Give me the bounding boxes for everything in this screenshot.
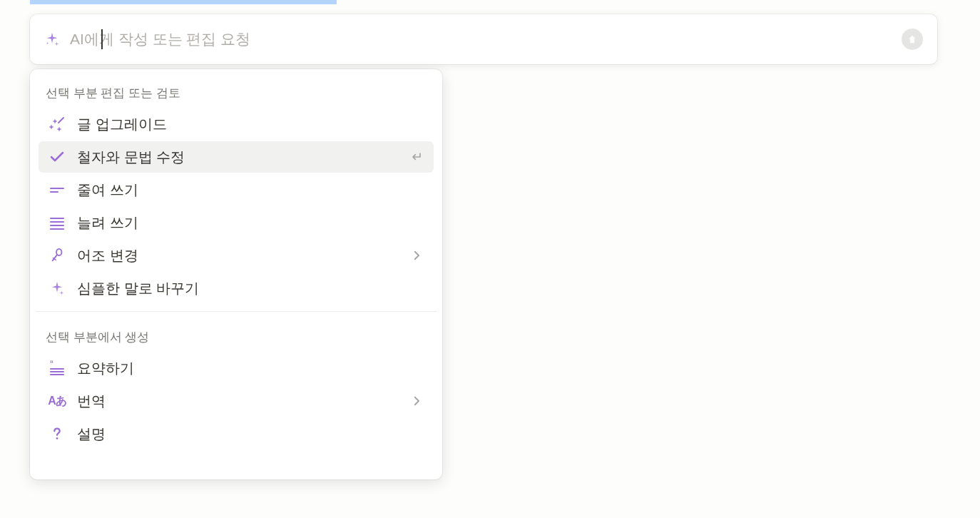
- menu-item-make-longer[interactable]: 늘려 쓰기: [39, 207, 434, 238]
- menu-item-upgrade-writing[interactable]: 글 업그레이드: [39, 108, 434, 140]
- menu-item-label: 요약하기: [77, 359, 425, 378]
- microphone-icon: [47, 245, 67, 265]
- sparkle-icon: [47, 278, 67, 298]
- svg-line-0: [58, 118, 63, 123]
- question-icon: [47, 424, 67, 444]
- lengthen-icon: [47, 213, 67, 233]
- svg-text:“: “: [50, 360, 53, 367]
- submit-button[interactable]: [902, 29, 923, 50]
- text-cursor: [101, 29, 103, 49]
- sparkle-icon: [44, 31, 60, 47]
- menu-item-label: 늘려 쓰기: [77, 213, 425, 233]
- menu-item-label: 어조 변경: [77, 246, 408, 265]
- menu-item-fix-spelling[interactable]: 철자와 문법 수정: [39, 141, 434, 173]
- menu-item-translate[interactable]: Aあ 번역: [39, 385, 434, 417]
- menu-item-make-shorter[interactable]: 줄여 쓰기: [39, 174, 434, 205]
- menu-item-label: 번역: [77, 392, 408, 411]
- section-header-edit: 선택 부분 편집 또는 검토: [36, 75, 437, 107]
- menu-item-change-tone[interactable]: 어조 변경: [39, 240, 434, 271]
- menu-item-label: 줄여 쓰기: [77, 181, 425, 200]
- text-selection-highlight: [30, 0, 337, 4]
- chevron-right-icon: [408, 247, 425, 264]
- ai-prompt-bar: [30, 14, 937, 64]
- shorten-icon: [47, 180, 67, 200]
- wand-icon: [47, 114, 67, 134]
- chevron-right-icon: [408, 392, 425, 410]
- summarize-icon: “: [47, 358, 67, 378]
- translate-icon: Aあ: [47, 391, 67, 411]
- check-icon: [47, 147, 67, 167]
- menu-item-label: 글 업그레이드: [77, 115, 425, 134]
- dropdown-scroll-area[interactable]: 선택 부분 편집 또는 검토 글 업그레이드: [30, 69, 442, 479]
- enter-key-icon: [408, 148, 425, 166]
- menu-item-explain[interactable]: 설명: [39, 418, 434, 450]
- section-header-generate: 선택 부분에서 생성: [36, 319, 437, 351]
- arrow-up-icon: [907, 34, 918, 45]
- ai-prompt-input[interactable]: [70, 31, 902, 48]
- menu-item-label: 설명: [77, 425, 425, 444]
- svg-point-20: [56, 437, 58, 440]
- menu-item-summarize[interactable]: “ 요약하기: [39, 352, 434, 384]
- ai-actions-dropdown: 선택 부분 편집 또는 검토 글 업그레이드: [30, 69, 442, 479]
- menu-item-label: 철자와 문법 수정: [77, 148, 408, 167]
- menu-item-simplify[interactable]: 심플한 말로 바꾸기: [39, 273, 434, 304]
- menu-item-label: 심플한 말로 바꾸기: [77, 279, 425, 298]
- section-divider: [36, 311, 437, 312]
